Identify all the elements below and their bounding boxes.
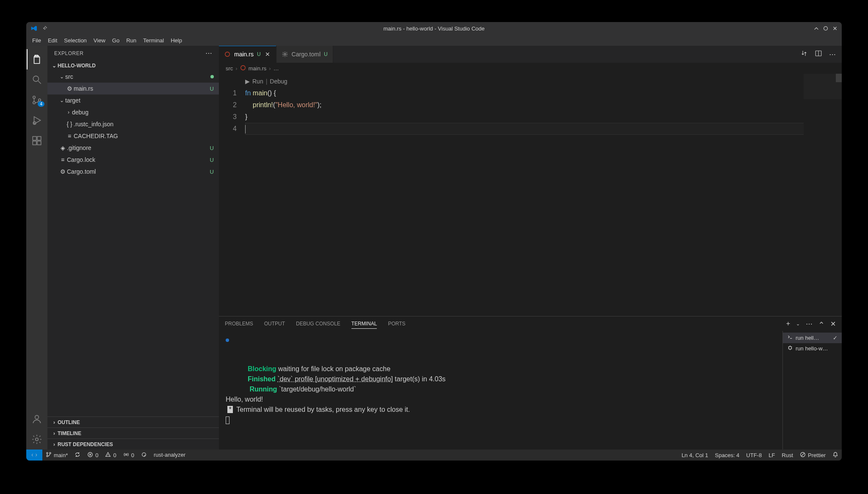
sidebar-more-icon[interactable]: ⋯ (205, 49, 212, 57)
crumb[interactable]: main.rs (249, 65, 267, 72)
panel-maximize-icon[interactable] (818, 320, 824, 327)
rust-icon (240, 65, 246, 72)
chevron-icon: ⌄ (58, 97, 65, 103)
file-row[interactable]: ⌄src (47, 71, 219, 83)
minimap[interactable] (804, 74, 842, 316)
file-label: debug (72, 109, 214, 116)
svg-point-22 (142, 452, 146, 456)
pin-icon[interactable] (41, 25, 49, 32)
chevron-down-icon[interactable]: ⌄ (796, 321, 800, 327)
codelens-run-debug[interactable]: ▶ Run | Debug (245, 75, 842, 87)
terminal-label: run hell… (796, 335, 830, 341)
tree-root-folder[interactable]: ⌄ HELLO-WORLD (47, 61, 219, 71)
terminal-line: Blocking waiting for file lock on packag… (226, 364, 776, 374)
window-maximize-icon[interactable] (821, 24, 830, 33)
svg-rect-7 (37, 136, 41, 140)
status-spaces-4[interactable]: Spaces: 4 (712, 452, 743, 458)
tab-main-rs[interactable]: main.rsU✕ (219, 46, 276, 63)
code-line[interactable]: } (245, 111, 842, 123)
menu-run[interactable]: Run (123, 36, 140, 45)
status-rust-analyzer[interactable]: rust-analyzer (150, 452, 189, 458)
menu-help[interactable]: Help (167, 36, 185, 45)
terminal-entry[interactable]: run hell…✓ (783, 333, 842, 343)
settings-gear-icon[interactable] (27, 429, 47, 450)
title-bar: main.rs - hello-world - Visual Studio Co… (26, 22, 842, 35)
terminal-line: * Terminal will be reused by tasks, pres… (226, 405, 776, 415)
section-timeline[interactable]: ›TIMELINE (47, 427, 219, 438)
split-editor-icon[interactable] (815, 50, 822, 59)
file-row[interactable]: ⚙Cargo.tomlU (47, 166, 219, 178)
chevron-right-icon: › (51, 441, 58, 447)
rust-icon (224, 51, 231, 58)
status-error[interactable]: 0 (84, 452, 102, 459)
status-ln-4-col-1[interactable]: Ln 4, Col 1 (678, 452, 712, 458)
section-rust-dependencies[interactable]: ›RUST DEPENDENCIES (47, 438, 219, 450)
menu-selection[interactable]: Selection (61, 36, 90, 45)
file-row[interactable]: ⌄target (47, 94, 219, 106)
menu-terminal[interactable]: Terminal (140, 36, 167, 45)
new-terminal-icon[interactable]: + (786, 320, 790, 327)
status-lf[interactable]: LF (765, 452, 778, 458)
window-close-icon[interactable] (831, 24, 839, 33)
gear-icon (282, 51, 288, 58)
crumb[interactable]: … (274, 65, 279, 72)
breadcrumb[interactable]: src›main.rs›… (219, 63, 842, 74)
menu-view[interactable]: View (90, 36, 109, 45)
section-outline[interactable]: ›OUTLINE (47, 416, 219, 427)
file-row[interactable]: ◈.gitignoreU (47, 142, 219, 154)
panel-tab-problems[interactable]: PROBLEMS (225, 319, 253, 328)
file-row[interactable]: ›debug (47, 106, 219, 118)
status-warning[interactable]: 0 (102, 452, 119, 459)
gear-icon: ⚙ (58, 168, 67, 175)
window-minimize-icon[interactable] (812, 24, 821, 33)
terminal-output[interactable]: Blocking waiting for file lock on packag… (219, 331, 782, 450)
code-line[interactable] (245, 123, 842, 135)
git-status: U (210, 157, 214, 163)
code-line[interactable]: fn main() { (245, 87, 842, 99)
file-row[interactable]: ≡CACHEDIR.TAG (47, 130, 219, 142)
panel-close-icon[interactable]: ✕ (830, 320, 836, 328)
extensions-icon[interactable] (27, 130, 47, 151)
editor-more-icon[interactable]: ⋯ (829, 50, 836, 58)
task-dot-icon (226, 339, 229, 342)
menu-file[interactable]: File (29, 36, 44, 45)
status-rust[interactable]: Rust (778, 452, 796, 458)
file-row[interactable]: { }.rustc_info.json (47, 118, 219, 130)
close-icon[interactable]: ✕ (264, 51, 271, 58)
code-line[interactable]: println!("Hello, world!"); (245, 99, 842, 111)
search-icon[interactable] (27, 69, 47, 90)
scm-icon[interactable]: 4 (27, 90, 47, 110)
sync-icon (75, 452, 80, 459)
bottom-panel: PROBLEMSOUTPUTDEBUG CONSOLETERMINALPORTS… (219, 316, 842, 450)
svg-point-15 (240, 65, 245, 70)
remote-indicator-icon[interactable] (26, 450, 42, 461)
panel-tab-terminal[interactable]: TERMINAL (351, 319, 377, 329)
terminal-entry[interactable]: run hello-w… (783, 343, 842, 354)
file-row[interactable]: ≡Cargo.lockU (47, 154, 219, 166)
panel-more-icon[interactable]: ⋯ (806, 320, 813, 328)
account-icon[interactable] (27, 409, 47, 429)
status-utf-8[interactable]: UTF-8 (743, 452, 765, 458)
menu-edit[interactable]: Edit (44, 36, 61, 45)
panel-tabs: PROBLEMSOUTPUTDEBUG CONSOLETERMINALPORTS… (219, 316, 842, 331)
status-bell[interactable] (829, 452, 842, 459)
crumb[interactable]: src (226, 65, 233, 72)
file-row[interactable]: ⚙main.rsU (47, 83, 219, 94)
noformat-icon (800, 452, 806, 459)
tab-Cargo-toml[interactable]: Cargo.tomlU (276, 46, 333, 63)
panel-tab-ports[interactable]: PORTS (388, 319, 405, 328)
panel-tab-debug-console[interactable]: DEBUG CONSOLE (296, 319, 340, 328)
status-branch[interactable]: main* (42, 452, 71, 459)
status-radio[interactable]: 0 (120, 452, 138, 459)
code-editor[interactable]: 1234 ▶ Run | Debug fn main() { println!(… (219, 74, 842, 316)
run-debug-icon[interactable] (27, 110, 47, 130)
compare-changes-icon[interactable] (800, 50, 808, 59)
explorer-icon[interactable] (27, 49, 47, 69)
menu-go[interactable]: Go (109, 36, 123, 45)
status-target[interactable] (138, 452, 150, 459)
panel-tab-output[interactable]: OUTPUT (264, 319, 285, 328)
status-sync[interactable] (71, 452, 84, 459)
code-content[interactable]: ▶ Run | Debug fn main() { println!("Hell… (245, 74, 842, 316)
git-status: U (210, 169, 214, 175)
status-prettier[interactable]: Prettier (796, 452, 829, 459)
